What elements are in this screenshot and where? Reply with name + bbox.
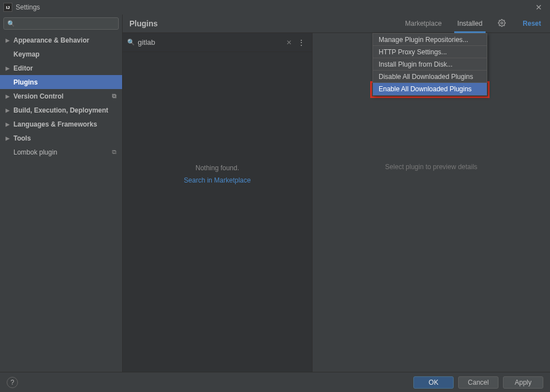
sidebar-item-editor[interactable]: ▶Editor [0, 61, 122, 75]
search-marketplace-link[interactable]: Search in Marketplace [123, 176, 312, 184]
tab-installed[interactable]: Installed [450, 15, 491, 32]
kebab-icon[interactable]: ⋮ [295, 39, 307, 46]
help-icon[interactable]: ? [7, 377, 18, 388]
sidebar-item-label: Tools [13, 134, 31, 142]
sidebar-search[interactable]: 🔍 [3, 17, 119, 30]
sidebar-item-keymap[interactable]: Keymap [0, 47, 122, 61]
plugin-search-input[interactable] [138, 38, 283, 46]
gear-dropdown: Manage Plugin Repositories...HTTP Proxy … [372, 33, 487, 96]
title-bar: IJ Settings ✕ [0, 0, 550, 15]
settings-tree: ▶Appearance & BehaviorKeymap▶EditorPlugi… [0, 32, 122, 159]
content-header: Plugins Marketplace Installed Reset [123, 15, 550, 33]
search-icon: 🔍 [127, 39, 135, 46]
chevron-right-icon: ▶ [6, 94, 11, 99]
dropdown-item-install-plugin-from-disk[interactable]: Install Plugin from Disk... [373, 58, 487, 71]
close-icon[interactable]: ✕ [531, 3, 547, 12]
scope-badge-icon: ⧉ [112, 92, 116, 100]
dropdown-item-disable-all-downloaded-plugins[interactable]: Disable All Downloaded Plugins [373, 71, 487, 83]
sidebar-item-tools[interactable]: ▶Tools [0, 131, 122, 145]
sidebar-item-label: Editor [13, 64, 33, 72]
page-title: Plugins [129, 19, 397, 28]
sidebar-item-label: Keymap [13, 50, 40, 58]
svg-point-0 [501, 22, 504, 24]
sidebar-item-label: Lombok plugin [13, 148, 57, 156]
app-icon: IJ [3, 3, 12, 12]
sidebar-search-input[interactable] [17, 20, 115, 27]
sidebar-item-label: Plugins [13, 78, 38, 86]
tabs: Marketplace Installed [397, 15, 490, 32]
sidebar-item-appearance-behavior[interactable]: ▶Appearance & Behavior [0, 33, 122, 47]
sidebar-item-lombok-plugin[interactable]: Lombok plugin⧉ [0, 145, 122, 159]
chevron-right-icon: ▶ [6, 122, 11, 127]
dropdown-item-http-proxy-settings[interactable]: HTTP Proxy Settings... [373, 46, 487, 58]
footer: ? OK Cancel Apply [0, 372, 550, 392]
plugin-list-panel: 🔍 ✕ ⋮ Nothing found. Search in Marketpla… [123, 33, 313, 372]
dropdown-item-manage-plugin-repositories[interactable]: Manage Plugin Repositories... [373, 34, 487, 46]
nothing-found-label: Nothing found. [123, 164, 312, 172]
sidebar-item-label: Appearance & Behavior [13, 36, 89, 44]
chevron-right-icon: ▶ [6, 66, 11, 71]
sidebar-item-plugins[interactable]: Plugins [0, 75, 122, 89]
clear-icon[interactable]: ✕ [283, 39, 295, 46]
sidebar-item-build-execution-deployment[interactable]: ▶Build, Execution, Deployment [0, 103, 122, 117]
chevron-right-icon: ▶ [6, 136, 11, 141]
sidebar-item-label: Version Control [13, 92, 63, 100]
chevron-right-icon: ▶ [6, 38, 11, 43]
tab-marketplace[interactable]: Marketplace [397, 15, 449, 32]
preview-hint: Select plugin to preview details [385, 163, 478, 171]
ok-button[interactable]: OK [413, 376, 454, 389]
cancel-button[interactable]: Cancel [458, 376, 498, 389]
apply-button[interactable]: Apply [503, 376, 543, 389]
settings-sidebar: 🔍 ▶Appearance & BehaviorKeymap▶EditorPlu… [0, 15, 123, 372]
search-icon: 🔍 [7, 20, 15, 27]
reset-link[interactable]: Reset [514, 20, 550, 27]
sidebar-item-languages-frameworks[interactable]: ▶Languages & Frameworks [0, 117, 122, 131]
sidebar-item-label: Build, Execution, Deployment [13, 106, 108, 114]
gear-icon[interactable] [490, 19, 514, 29]
plugin-search: 🔍 ✕ ⋮ [123, 33, 312, 52]
sidebar-item-version-control[interactable]: ▶Version Control⧉ [0, 89, 122, 103]
dropdown-item-enable-all-downloaded-plugins[interactable]: Enable All Downloaded Plugins [373, 83, 487, 95]
chevron-right-icon: ▶ [6, 108, 11, 113]
window-title: Settings [16, 3, 531, 11]
content-panel: Plugins Marketplace Installed Reset 🔍 ✕ … [123, 15, 550, 372]
sidebar-item-label: Languages & Frameworks [13, 120, 97, 128]
scope-badge-icon: ⧉ [112, 148, 116, 156]
